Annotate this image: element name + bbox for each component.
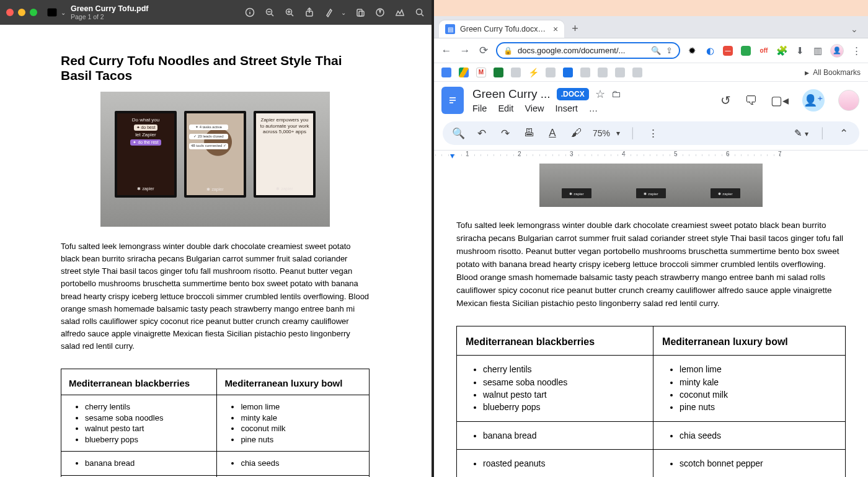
forward-button[interactable]: →	[459, 45, 471, 57]
redo-icon[interactable]: ↷	[498, 126, 512, 140]
gdocs-document[interactable]: ✱ zapier ✱ zapier ✱ zapier Tofu salted l…	[434, 164, 868, 477]
share-button[interactable]: 👤⁺	[802, 89, 825, 112]
extension-icon[interactable]: —	[722, 45, 733, 56]
spellcheck-icon[interactable]: A	[546, 126, 559, 140]
minimize-window-icon[interactable]	[18, 9, 25, 16]
print-icon[interactable]: 🖶	[522, 126, 536, 140]
bookmark-folder-icon[interactable]	[598, 68, 608, 77]
table-cell[interactable]: chia seeds	[653, 421, 846, 449]
fullscreen-window-icon[interactable]	[30, 9, 37, 16]
bookmark-folder-icon[interactable]	[580, 68, 590, 77]
more-tools-icon[interactable]: ⋮	[646, 126, 660, 140]
share-icon[interactable]	[304, 7, 315, 18]
close-tab-icon[interactable]: ×	[553, 24, 558, 34]
bookmark-folder-icon[interactable]	[615, 68, 625, 77]
markup-icon[interactable]	[324, 7, 335, 18]
list-item[interactable]: coconut milk	[680, 388, 836, 401]
search-tools-icon[interactable]: 🔍	[451, 126, 465, 140]
info-icon[interactable]	[244, 7, 255, 18]
bookmark-icon[interactable]	[563, 68, 573, 77]
window-traffic-lights[interactable]	[6, 9, 37, 16]
extension-icon[interactable]: ◐	[704, 45, 715, 56]
paint-format-icon[interactable]: 🖌	[569, 126, 583, 140]
bookmark-icon[interactable]: ⚡	[528, 68, 538, 77]
reading-list-icon[interactable]: ▥	[812, 45, 823, 56]
account-avatar[interactable]	[838, 90, 859, 111]
menu-view[interactable]: View	[525, 103, 544, 113]
meet-icon[interactable]: ▢◂	[771, 93, 789, 108]
comments-icon[interactable]: 🗨	[745, 94, 757, 108]
bookmark-icon[interactable]	[441, 68, 451, 77]
table-cell[interactable]: scotch bonnet pepper	[653, 449, 846, 477]
list-item[interactable]: lemon lime	[680, 363, 836, 375]
collapse-toolbar-icon[interactable]: ⌃	[837, 126, 851, 140]
browser-tab[interactable]: ▤ Green Curry Tofu.docx - Googl ×	[439, 20, 564, 38]
undo-icon[interactable]: ↶	[475, 126, 489, 140]
extension-icon[interactable]: off	[758, 45, 769, 56]
bookmark-folder-icon[interactable]	[511, 68, 521, 77]
menu-more[interactable]: …	[589, 103, 598, 113]
highlight-icon[interactable]	[374, 7, 386, 18]
list-item[interactable]: pine nuts	[680, 401, 836, 413]
docs-logo-icon[interactable]	[441, 87, 464, 114]
list-item[interactable]: banana bread	[483, 429, 644, 442]
list-item[interactable]: minty kale	[680, 376, 836, 388]
bookmark-icon[interactable]	[494, 68, 503, 77]
rotate-icon[interactable]	[355, 7, 366, 18]
menu-edit[interactable]: Edit	[498, 103, 513, 113]
menu-insert[interactable]: Insert	[556, 103, 578, 113]
list-item[interactable]: walnut pesto tart	[483, 388, 644, 401]
doc-title[interactable]: Green Curry ...	[472, 87, 551, 101]
star-icon[interactable]: ☆	[595, 87, 605, 101]
share-url-icon[interactable]: ⇪	[666, 46, 673, 55]
table-cell[interactable]: lemon limeminty kalecoconut milkpine nut…	[653, 356, 846, 421]
tabs-dropdown-icon[interactable]: ⌄	[846, 24, 863, 38]
chevron-down-icon[interactable]: ⌄	[341, 9, 346, 16]
crop-icon[interactable]	[394, 7, 405, 18]
new-tab-button[interactable]: +	[564, 22, 586, 38]
zoom-out-icon[interactable]	[264, 7, 275, 18]
profile-avatar[interactable]: 👤	[830, 44, 844, 58]
table-cell[interactable]: banana bread	[457, 421, 653, 449]
list-item[interactable]: roasted peanuts	[483, 457, 644, 470]
list-item[interactable]: blueberry pops	[483, 401, 644, 413]
svg-rect-23	[450, 102, 453, 103]
list-item[interactable]: cherry lentils	[483, 363, 644, 375]
back-button[interactable]: ←	[440, 45, 453, 57]
preview-document[interactable]: Red Curry Tofu Noodles and Street Style …	[0, 25, 432, 477]
sidebar-toggle-icon[interactable]	[46, 6, 58, 19]
chevron-down-icon[interactable]: ⌄	[61, 9, 66, 16]
col-header-0[interactable]: Mediterranean blackberries	[457, 326, 653, 356]
gdocs-table[interactable]: Mediterranean blackberries Mediterranean…	[456, 326, 846, 477]
mode-select[interactable]: ✎ ▾	[794, 128, 808, 139]
table-cell[interactable]: cherry lentilssesame soba noodleswalnut …	[457, 356, 653, 421]
body-paragraph[interactable]: Tofu salted leek lemongrass winter doubl…	[456, 219, 846, 310]
bookmark-folder-icon[interactable]	[546, 68, 556, 77]
zoom-select[interactable]: 75% ▾	[593, 128, 620, 138]
search-in-page-icon[interactable]: 🔍	[651, 46, 661, 55]
reload-button[interactable]: ⟳	[477, 45, 490, 57]
col-header-1[interactable]: Mediterranean luxury bowl	[653, 326, 846, 356]
close-window-icon[interactable]	[6, 9, 14, 16]
ruler[interactable]: ▾ 1234567	[434, 150, 868, 164]
kebab-menu-icon[interactable]: ⋮	[851, 45, 862, 56]
extension-icon[interactable]	[740, 45, 751, 56]
address-bar[interactable]: 🔒 docs.google.com/document/... 🔍 ⇪	[496, 42, 680, 59]
search-icon[interactable]	[414, 7, 425, 18]
extension-icon[interactable]: ✹	[686, 45, 698, 56]
list-item[interactable]: sesame soba noodles	[483, 376, 644, 388]
bookmark-folder-icon[interactable]	[632, 68, 642, 77]
menu-file[interactable]: File	[472, 103, 487, 113]
bookmark-icon[interactable]	[459, 68, 469, 77]
move-icon[interactable]: 🗀	[611, 89, 621, 100]
all-bookmarks-button[interactable]: ▸All Bookmarks	[805, 68, 861, 77]
extensions-menu-icon[interactable]: 🧩	[776, 45, 787, 56]
list-item[interactable]: chia seeds	[680, 429, 836, 442]
zoom-in-icon[interactable]	[284, 7, 295, 18]
downloads-icon[interactable]: ⬇	[794, 45, 805, 56]
table-cell[interactable]: roasted peanuts	[457, 449, 653, 477]
file-name: Green Curry Tofu.pdf	[71, 4, 148, 13]
history-icon[interactable]: ↺	[720, 93, 731, 108]
list-item[interactable]: scotch bonnet pepper	[680, 457, 836, 470]
bookmark-icon[interactable]	[476, 68, 486, 77]
